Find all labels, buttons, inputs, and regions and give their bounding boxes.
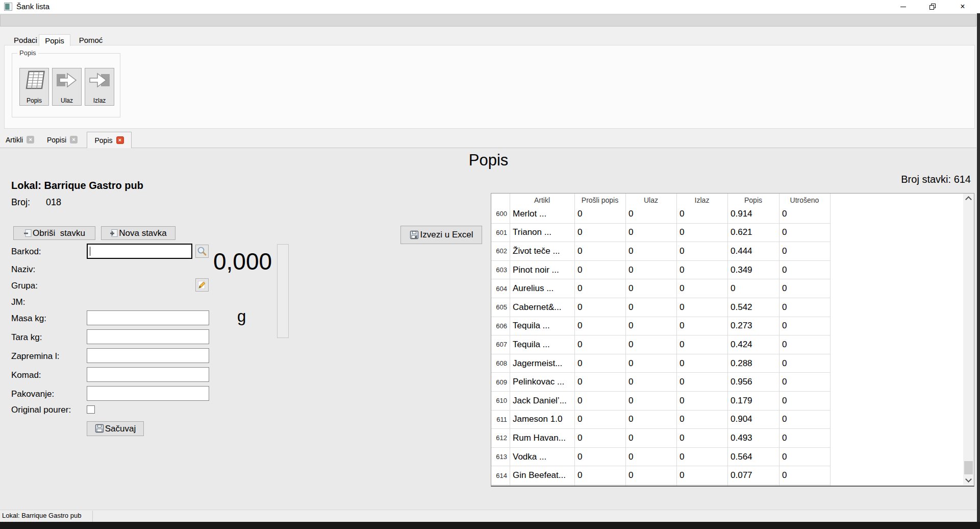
tab-close-icon[interactable]: × — [27, 136, 34, 143]
table-row[interactable]: 603Pinot noir ...0000.3490 — [491, 261, 830, 280]
ribbon-tab-popis[interactable]: Popis — [39, 34, 70, 46]
cell-artikl: Tequila ... — [510, 340, 574, 350]
cell-izlaz: 0 — [676, 302, 727, 312]
ribbon-button-izlaz[interactable]: Izlaz — [85, 68, 114, 106]
cell-ulaz: 0 — [625, 433, 676, 443]
cell-num: 601 — [491, 229, 510, 236]
save-button[interactable]: Sačuvaj — [87, 421, 144, 436]
edit-group-button[interactable] — [195, 278, 209, 292]
table-row[interactable]: 600Merlot ...0000.9140 — [491, 205, 830, 224]
table-row[interactable]: 601Trianon ...0000.6210 — [491, 224, 830, 243]
pakovanje-label: Pakovanje: — [11, 389, 54, 399]
tara-input[interactable] — [87, 329, 209, 344]
cell-artikl: Aurelius ... — [510, 283, 574, 294]
table-row[interactable]: 605Cabernet&...0000.5420 — [491, 298, 830, 317]
table-row[interactable]: 611Jameson 1.00000.9040 — [491, 411, 830, 429]
scroll-up-button[interactable] — [963, 194, 974, 203]
search-button[interactable] — [195, 245, 209, 258]
minimize-button[interactable] — [888, 0, 918, 13]
ribbon-button-label: Izlaz — [93, 97, 106, 104]
column-header-artikl: Artikl — [510, 194, 574, 205]
cell-popis: 0.273 — [727, 321, 779, 331]
cell-ulaz: 0 — [625, 265, 676, 275]
scroll-down-button[interactable] — [963, 475, 974, 485]
page-title: Popis — [0, 151, 977, 170]
column-header-prosli-popis: Prošli popis — [574, 194, 625, 205]
pencil-icon — [197, 280, 207, 290]
cell-prosli_popis: 0 — [574, 396, 625, 406]
table-row[interactable]: 602Život teče ...0000.4440 — [491, 242, 830, 261]
column-header-popis: Popis — [727, 194, 779, 205]
cell-izlaz: 0 — [676, 396, 727, 406]
tab-artikli[interactable]: Artikli × — [2, 132, 38, 148]
ribbon-panel: Popis Popis Ulaz — [4, 45, 975, 129]
cell-prosli_popis: 0 — [574, 227, 625, 237]
cell-izlaz: 0 — [676, 209, 727, 219]
table-row[interactable]: 614Gin Beefeat...0000.0770 — [491, 466, 830, 485]
cell-izlaz: 0 — [676, 433, 727, 443]
ribbon-button-label: Ulaz — [61, 97, 73, 104]
table-row[interactable]: 612Rum Havan...0000.4930 — [491, 429, 830, 448]
remove-item-icon — [23, 229, 32, 238]
ribbon-button-ulaz[interactable]: Ulaz — [52, 68, 82, 106]
cell-utroseno: 0 — [779, 358, 830, 369]
masa-label: Masa kg: — [11, 314, 46, 324]
cell-ulaz: 0 — [625, 358, 676, 369]
inventory-table: Artikl Prošli popis Ulaz Izlaz Popis Utr… — [491, 193, 974, 487]
table-row[interactable]: 607Tequila ...0000.4240 — [491, 335, 830, 354]
masa-input[interactable] — [87, 310, 209, 325]
cell-prosli_popis: 0 — [574, 283, 625, 294]
search-icon — [196, 246, 208, 257]
cell-izlaz: 0 — [676, 246, 727, 256]
ribbon-button-popis[interactable]: Popis — [19, 68, 49, 106]
cell-ulaz: 0 — [625, 396, 676, 406]
table-row[interactable]: 608Jagermeist...0000.2880 — [491, 354, 830, 373]
ribbon-group-popis: Popis Popis Ulaz — [12, 53, 120, 117]
scrollbar-thumb[interactable] — [964, 461, 973, 474]
cell-utroseno: 0 — [779, 283, 830, 294]
cell-izlaz: 0 — [676, 377, 727, 387]
ribbon-tab-label: Popis — [45, 36, 64, 45]
cell-utroseno: 0 — [779, 452, 830, 462]
komad-input[interactable] — [87, 367, 209, 382]
cell-artikl: Rum Havan... — [510, 433, 574, 443]
table-row[interactable]: 606Tequila ...0000.2730 — [491, 317, 830, 336]
cell-ulaz: 0 — [625, 209, 676, 219]
window-title: Šank lista — [16, 2, 49, 11]
delete-item-button[interactable]: Obriši stavku — [13, 226, 95, 240]
ribbon-tab-podaci[interactable]: Podaci — [13, 35, 38, 45]
cell-artikl: Jameson 1.0 — [510, 414, 574, 424]
cell-ulaz: 0 — [625, 452, 676, 462]
table-row[interactable]: 609Pelinkovac ...0000.9560 — [491, 373, 830, 392]
tab-close-icon[interactable]: × — [70, 136, 78, 143]
cell-izlaz: 0 — [676, 358, 727, 369]
cell-prosli_popis: 0 — [574, 414, 625, 424]
tab-popisi[interactable]: Popisi × — [42, 132, 83, 148]
close-button[interactable]: × — [948, 0, 977, 13]
original-pourer-checkbox[interactable] — [87, 405, 95, 414]
tab-popis[interactable]: Popis × — [87, 132, 132, 148]
broj-label: Broj: — [11, 197, 30, 208]
vertical-scrollbar[interactable] — [963, 194, 974, 485]
zapremina-input[interactable] — [87, 348, 209, 363]
cell-utroseno: 0 — [779, 227, 830, 237]
cell-popis: 0.904 — [727, 414, 779, 424]
cell-artikl: Cabernet&... — [510, 302, 574, 312]
table-row[interactable]: 604Aurelius ...00000 — [491, 279, 830, 298]
items-count: Broj stavki: 614 — [901, 174, 971, 185]
cell-ulaz: 0 — [625, 321, 676, 331]
barkod-input[interactable] — [87, 244, 192, 259]
table-row[interactable]: 613Vodka ...0000.5640 — [491, 448, 830, 467]
cell-izlaz: 0 — [676, 340, 727, 350]
new-item-button[interactable]: Nova stavka — [101, 226, 175, 240]
cell-artikl: Tequila ... — [510, 321, 574, 331]
tab-close-icon[interactable]: × — [116, 136, 124, 144]
save-icon — [95, 424, 105, 434]
cell-popis: 0.542 — [727, 302, 779, 312]
ribbon-tab-pomoc[interactable]: Pomoć — [78, 35, 104, 45]
table-row[interactable]: 610Jack Daniel’...0000.1790 — [491, 392, 830, 411]
restore-button[interactable] — [918, 0, 947, 13]
pakovanje-input[interactable] — [87, 386, 209, 401]
chevron-up-icon — [965, 196, 972, 203]
export-excel-button[interactable]: Izvezi u Excel — [400, 226, 482, 244]
